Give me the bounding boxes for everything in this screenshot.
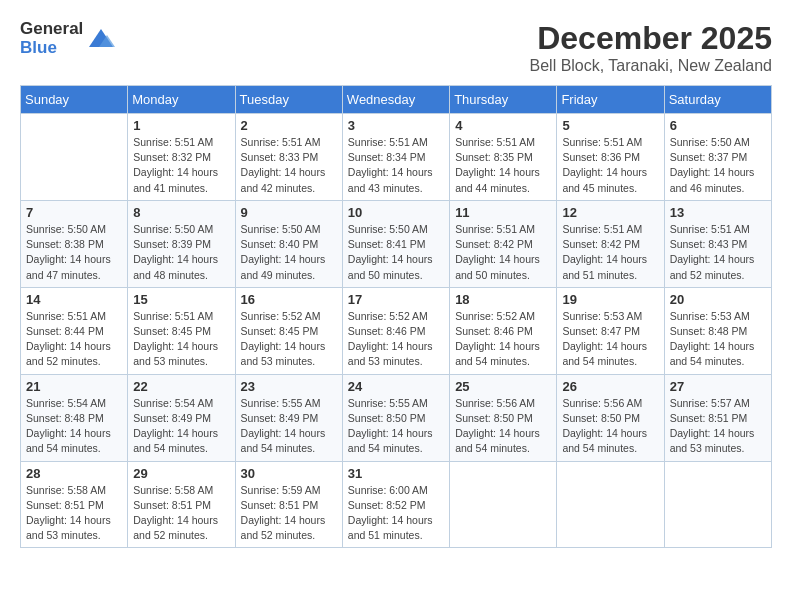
logo-icon	[87, 25, 115, 53]
day-number: 10	[348, 205, 444, 220]
day-info: Sunrise: 5:51 AM Sunset: 8:43 PM Dayligh…	[670, 222, 766, 283]
calendar-cell: 12Sunrise: 5:51 AM Sunset: 8:42 PM Dayli…	[557, 200, 664, 287]
day-number: 30	[241, 466, 337, 481]
col-header-wednesday: Wednesday	[342, 86, 449, 114]
day-number: 13	[670, 205, 766, 220]
calendar-cell: 28Sunrise: 5:58 AM Sunset: 8:51 PM Dayli…	[21, 461, 128, 548]
calendar-cell: 5Sunrise: 5:51 AM Sunset: 8:36 PM Daylig…	[557, 114, 664, 201]
col-header-saturday: Saturday	[664, 86, 771, 114]
day-number: 12	[562, 205, 658, 220]
day-number: 6	[670, 118, 766, 133]
day-info: Sunrise: 5:52 AM Sunset: 8:45 PM Dayligh…	[241, 309, 337, 370]
calendar-cell: 11Sunrise: 5:51 AM Sunset: 8:42 PM Dayli…	[450, 200, 557, 287]
calendar-cell: 26Sunrise: 5:56 AM Sunset: 8:50 PM Dayli…	[557, 374, 664, 461]
calendar-cell: 21Sunrise: 5:54 AM Sunset: 8:48 PM Dayli…	[21, 374, 128, 461]
calendar-cell	[664, 461, 771, 548]
calendar-week-row: 7Sunrise: 5:50 AM Sunset: 8:38 PM Daylig…	[21, 200, 772, 287]
day-number: 3	[348, 118, 444, 133]
calendar-cell: 14Sunrise: 5:51 AM Sunset: 8:44 PM Dayli…	[21, 287, 128, 374]
day-info: Sunrise: 5:51 AM Sunset: 8:36 PM Dayligh…	[562, 135, 658, 196]
calendar-table: SundayMondayTuesdayWednesdayThursdayFrid…	[20, 85, 772, 548]
day-number: 19	[562, 292, 658, 307]
day-number: 31	[348, 466, 444, 481]
day-number: 27	[670, 379, 766, 394]
calendar-cell: 23Sunrise: 5:55 AM Sunset: 8:49 PM Dayli…	[235, 374, 342, 461]
calendar-cell: 10Sunrise: 5:50 AM Sunset: 8:41 PM Dayli…	[342, 200, 449, 287]
logo-general: General	[20, 20, 83, 39]
day-info: Sunrise: 5:51 AM Sunset: 8:42 PM Dayligh…	[455, 222, 551, 283]
day-info: Sunrise: 5:58 AM Sunset: 8:51 PM Dayligh…	[26, 483, 122, 544]
day-number: 28	[26, 466, 122, 481]
day-info: Sunrise: 5:52 AM Sunset: 8:46 PM Dayligh…	[455, 309, 551, 370]
calendar-cell: 6Sunrise: 5:50 AM Sunset: 8:37 PM Daylig…	[664, 114, 771, 201]
day-info: Sunrise: 5:53 AM Sunset: 8:47 PM Dayligh…	[562, 309, 658, 370]
col-header-thursday: Thursday	[450, 86, 557, 114]
day-info: Sunrise: 5:51 AM Sunset: 8:44 PM Dayligh…	[26, 309, 122, 370]
logo: General Blue	[20, 20, 115, 57]
day-number: 16	[241, 292, 337, 307]
col-header-monday: Monday	[128, 86, 235, 114]
calendar-cell: 24Sunrise: 5:55 AM Sunset: 8:50 PM Dayli…	[342, 374, 449, 461]
calendar-cell: 20Sunrise: 5:53 AM Sunset: 8:48 PM Dayli…	[664, 287, 771, 374]
day-number: 5	[562, 118, 658, 133]
day-info: Sunrise: 5:51 AM Sunset: 8:34 PM Dayligh…	[348, 135, 444, 196]
day-info: Sunrise: 5:59 AM Sunset: 8:51 PM Dayligh…	[241, 483, 337, 544]
day-info: Sunrise: 5:55 AM Sunset: 8:49 PM Dayligh…	[241, 396, 337, 457]
day-info: Sunrise: 5:57 AM Sunset: 8:51 PM Dayligh…	[670, 396, 766, 457]
calendar-cell: 31Sunrise: 6:00 AM Sunset: 8:52 PM Dayli…	[342, 461, 449, 548]
calendar-cell: 4Sunrise: 5:51 AM Sunset: 8:35 PM Daylig…	[450, 114, 557, 201]
calendar-cell: 13Sunrise: 5:51 AM Sunset: 8:43 PM Dayli…	[664, 200, 771, 287]
day-info: Sunrise: 5:58 AM Sunset: 8:51 PM Dayligh…	[133, 483, 229, 544]
day-info: Sunrise: 5:50 AM Sunset: 8:41 PM Dayligh…	[348, 222, 444, 283]
day-number: 1	[133, 118, 229, 133]
page-header: General Blue December 2025 Bell Block, T…	[20, 20, 772, 75]
day-number: 14	[26, 292, 122, 307]
day-number: 22	[133, 379, 229, 394]
day-number: 15	[133, 292, 229, 307]
day-number: 2	[241, 118, 337, 133]
day-number: 8	[133, 205, 229, 220]
calendar-cell	[21, 114, 128, 201]
day-number: 17	[348, 292, 444, 307]
calendar-cell: 29Sunrise: 5:58 AM Sunset: 8:51 PM Dayli…	[128, 461, 235, 548]
day-info: Sunrise: 5:50 AM Sunset: 8:37 PM Dayligh…	[670, 135, 766, 196]
month-title: December 2025	[530, 20, 773, 57]
calendar-cell: 7Sunrise: 5:50 AM Sunset: 8:38 PM Daylig…	[21, 200, 128, 287]
day-number: 9	[241, 205, 337, 220]
day-info: Sunrise: 5:51 AM Sunset: 8:45 PM Dayligh…	[133, 309, 229, 370]
calendar-cell	[557, 461, 664, 548]
day-number: 25	[455, 379, 551, 394]
day-info: Sunrise: 5:50 AM Sunset: 8:39 PM Dayligh…	[133, 222, 229, 283]
calendar-cell: 22Sunrise: 5:54 AM Sunset: 8:49 PM Dayli…	[128, 374, 235, 461]
day-info: Sunrise: 5:51 AM Sunset: 8:35 PM Dayligh…	[455, 135, 551, 196]
col-header-friday: Friday	[557, 86, 664, 114]
day-info: Sunrise: 5:50 AM Sunset: 8:40 PM Dayligh…	[241, 222, 337, 283]
day-number: 7	[26, 205, 122, 220]
calendar-cell: 25Sunrise: 5:56 AM Sunset: 8:50 PM Dayli…	[450, 374, 557, 461]
calendar-week-row: 28Sunrise: 5:58 AM Sunset: 8:51 PM Dayli…	[21, 461, 772, 548]
location-title: Bell Block, Taranaki, New Zealand	[530, 57, 773, 75]
title-area: December 2025 Bell Block, Taranaki, New …	[530, 20, 773, 75]
day-info: Sunrise: 5:56 AM Sunset: 8:50 PM Dayligh…	[562, 396, 658, 457]
day-number: 4	[455, 118, 551, 133]
day-number: 24	[348, 379, 444, 394]
day-number: 23	[241, 379, 337, 394]
day-info: Sunrise: 5:54 AM Sunset: 8:49 PM Dayligh…	[133, 396, 229, 457]
day-info: Sunrise: 5:54 AM Sunset: 8:48 PM Dayligh…	[26, 396, 122, 457]
day-number: 18	[455, 292, 551, 307]
calendar-cell: 19Sunrise: 5:53 AM Sunset: 8:47 PM Dayli…	[557, 287, 664, 374]
day-number: 11	[455, 205, 551, 220]
day-info: Sunrise: 5:51 AM Sunset: 8:33 PM Dayligh…	[241, 135, 337, 196]
calendar-cell: 15Sunrise: 5:51 AM Sunset: 8:45 PM Dayli…	[128, 287, 235, 374]
col-header-sunday: Sunday	[21, 86, 128, 114]
calendar-cell: 30Sunrise: 5:59 AM Sunset: 8:51 PM Dayli…	[235, 461, 342, 548]
calendar-header-row: SundayMondayTuesdayWednesdayThursdayFrid…	[21, 86, 772, 114]
calendar-week-row: 21Sunrise: 5:54 AM Sunset: 8:48 PM Dayli…	[21, 374, 772, 461]
day-info: Sunrise: 5:51 AM Sunset: 8:42 PM Dayligh…	[562, 222, 658, 283]
calendar-cell: 18Sunrise: 5:52 AM Sunset: 8:46 PM Dayli…	[450, 287, 557, 374]
calendar-cell: 17Sunrise: 5:52 AM Sunset: 8:46 PM Dayli…	[342, 287, 449, 374]
day-info: Sunrise: 5:55 AM Sunset: 8:50 PM Dayligh…	[348, 396, 444, 457]
calendar-cell	[450, 461, 557, 548]
day-info: Sunrise: 5:56 AM Sunset: 8:50 PM Dayligh…	[455, 396, 551, 457]
day-info: Sunrise: 5:50 AM Sunset: 8:38 PM Dayligh…	[26, 222, 122, 283]
